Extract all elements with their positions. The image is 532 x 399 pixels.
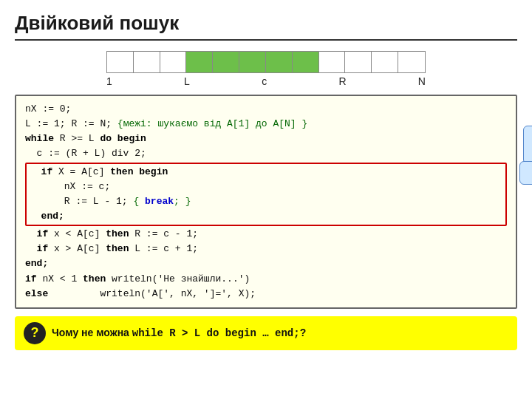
question-text: Чому не можна while R > L do begin … end… [52,327,306,339]
cell-4 [213,52,239,72]
cell-3 [186,52,213,72]
cell-5 [239,52,266,72]
array-visualization: 1 L c R N [15,51,517,87]
label-L: L [184,75,190,87]
label-1: 1 [106,75,112,87]
code-line-7: R := L - 1; { break; } [30,194,502,209]
cell-9 [345,52,372,72]
code-line-4: c := (R + L) div 2; [25,146,507,161]
cell-7 [293,52,319,72]
code-line-9: if x < A[c] then R := c - 1; [25,227,507,242]
cell-0 [107,52,134,72]
question-code: while R > L do begin … end; [132,327,300,339]
callouts-container: номер середнього елемента знайшли вийти … [523,96,532,307]
question-bar: ? Чому не можна while R > L do begin … e… [15,316,517,350]
callout-middle-number: номер середнього елемента [523,126,532,164]
question-prefix: Чому не можна [52,327,132,338]
code-section: nX := 0; L := 1; R := N; {межі: шукаємо … [15,95,517,309]
cell-2 [160,52,187,72]
highlight-block: if X = A[c] then begin nX := c; R := L -… [25,163,507,227]
code-line-13: else writeln('A[', nX, ']=', X); [25,287,507,301]
code-line-8: end; [30,209,502,224]
cell-11 [398,52,425,72]
question-suffix: ? [300,327,307,338]
page-title: Двійковий пошук [15,12,517,41]
label-c: c [262,75,267,87]
code-line-2: L := 1; R := N; {межі: шукаємо від A[1] … [25,117,507,132]
code-block: nX := 0; L := 1; R := N; {межі: шукаємо … [15,95,517,309]
code-line-5: if X = A[c] then begin [30,165,502,180]
array-cells [106,51,426,73]
question-icon: ? [24,322,46,344]
cell-10 [372,52,398,72]
label-R: R [338,75,346,87]
code-line-11: end; [25,256,507,271]
code-line-6: nX := c; [30,180,502,194]
code-line-10: if x > A[c] then L := c + 1; [25,242,507,256]
cell-8 [319,52,346,72]
code-line-12: if nX < 1 then writeln('Не знайшли...') [25,272,507,287]
code-line-3: while R >= L do begin [25,132,507,146]
cell-6 [266,52,293,72]
label-N: N [418,75,426,87]
cell-1 [134,52,160,72]
code-line-1: nX := 0; [25,102,507,117]
callout-found: знайшли [519,161,532,185]
